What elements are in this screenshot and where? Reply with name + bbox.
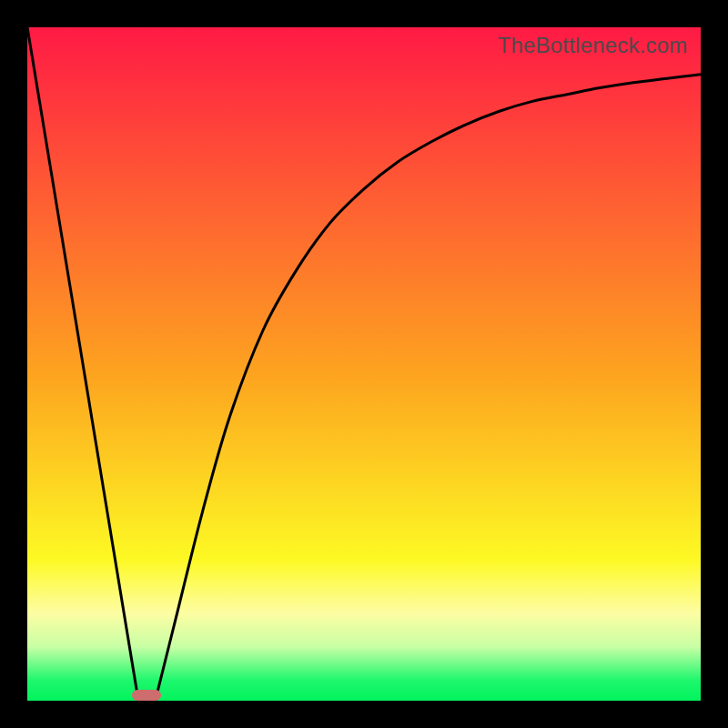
- plot-area: TheBottleneck.com: [27, 27, 701, 701]
- curve-layer: [27, 27, 701, 701]
- left-line: [27, 27, 138, 701]
- min-marker: [132, 690, 161, 701]
- right-curve: [156, 75, 701, 701]
- chart-frame: TheBottleneck.com: [0, 0, 728, 728]
